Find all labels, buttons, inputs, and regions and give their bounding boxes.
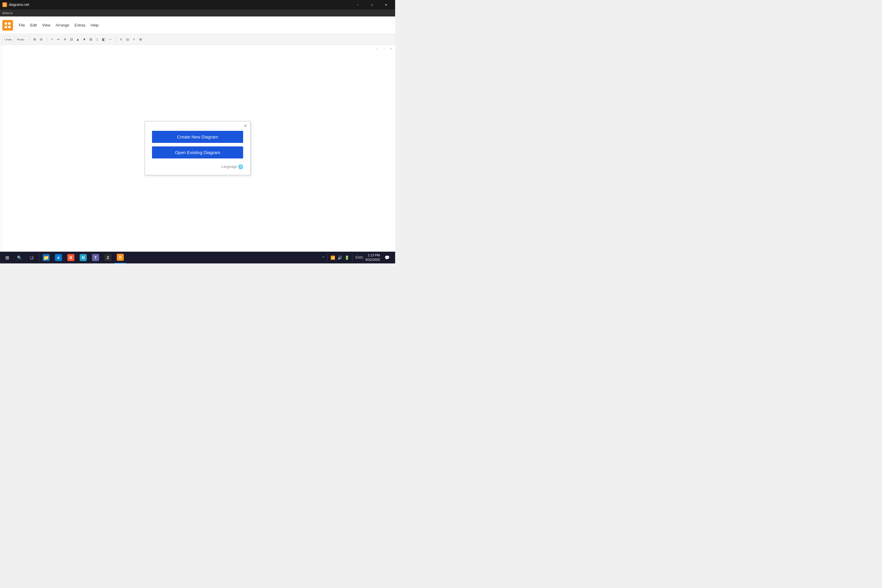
svg-rect-2 (2, 20, 13, 31)
brave-icon: B (68, 254, 74, 261)
address-bar: draw.io (0, 9, 395, 16)
zoom-in-icon[interactable]: ⊕ (32, 36, 38, 42)
tray-volume-icon[interactable]: 🔊 (338, 255, 342, 260)
menu-bar: File Edit View Arrange Extras Help (0, 16, 395, 34)
dialog-content: Create New Diagram Open Existing Diagram (152, 131, 243, 159)
delete-icon[interactable]: ✕ (62, 36, 68, 42)
zoom-out-icon[interactable]: ⊖ (38, 36, 44, 42)
shape-icon[interactable]: ◎ (124, 36, 130, 42)
notification-icon: 💬 (384, 255, 390, 260)
taskbar-app-brave[interactable]: B (65, 252, 77, 263)
taskbar-app-terminal[interactable]: Z (102, 252, 114, 263)
start-icon: ⊞ (5, 255, 9, 261)
diagrams-taskbar-icon: D (117, 254, 124, 261)
menu-items: File Edit View Arrange Extras Help (16, 22, 101, 28)
border-icon[interactable]: □ (94, 36, 100, 42)
toolbar: Undo Redo ⊕ ⊖ ✓ ↩ ✕ ⊟ ▲ ▼ ⊞ □ ◧ ⋯ ≡ ◎ + … (0, 34, 395, 45)
search-icon: 🔍 (17, 255, 22, 260)
clock-time: 1:13 PM (366, 253, 380, 258)
clock-date: 9/22/2020 (366, 258, 380, 262)
dialog-close-button[interactable]: ✕ (244, 124, 247, 128)
task-view-button[interactable]: ❑ (26, 252, 38, 263)
create-new-diagram-button[interactable]: Create New Diagram (152, 131, 243, 143)
distribute-icon[interactable]: ⊞ (88, 36, 94, 42)
app-area: File Edit View Arrange Extras Help Undo … (0, 16, 395, 252)
task-view-icon: ❑ (30, 255, 33, 260)
dialog-footer: Language 🌐 (152, 164, 243, 169)
open-existing-diagram-button[interactable]: Open Existing Diagram (152, 146, 243, 159)
taskbar-app-diagrams[interactable]: D (114, 252, 126, 263)
teams-icon: T (92, 254, 99, 261)
svg-rect-4 (8, 22, 10, 25)
taskbar-app-teams[interactable]: T (90, 252, 101, 263)
menu-help[interactable]: Help (88, 22, 101, 28)
dialog: ✕ Create New Diagram Open Existing Diagr… (145, 121, 250, 175)
checkmark-icon[interactable]: ✓ (49, 36, 55, 42)
page-icon[interactable]: ⊕ (138, 36, 144, 42)
toolbar-zoom: ⊕ ⊖ (32, 36, 44, 42)
minimize-button[interactable]: − (351, 0, 364, 9)
title-bar-left: D diagrams.net (2, 2, 29, 7)
close-button[interactable]: ✕ (379, 0, 393, 9)
language-label: Language (221, 165, 237, 169)
notification-button[interactable]: 💬 (382, 252, 392, 263)
taskbar-right: ^ 📶 🔊 🔋 ENG 1:13 PM 9/22/2020 💬 (322, 252, 394, 263)
taskbar-sep-3 (352, 254, 352, 261)
explorer-icon: 📁 (43, 254, 50, 261)
maximize-button[interactable]: □ (365, 0, 379, 9)
menu-file[interactable]: File (16, 22, 27, 28)
tray-battery-icon[interactable]: 🔋 (345, 255, 349, 260)
canvas-area: ⤢ ↕ ✕ ✕ Create New Diagram Open Existing… (0, 45, 395, 252)
toolbar-undo-redo: Undo Redo (2, 37, 27, 42)
taskbar: ⊞ 🔍 ❑ 📁 e B N (0, 252, 395, 263)
taskbar-app-explorer[interactable]: 📁 (40, 252, 52, 263)
start-button[interactable]: ⊞ (1, 252, 13, 263)
tray-language-label[interactable]: ENG (356, 255, 363, 260)
address-text: draw.io (2, 11, 13, 15)
insert-icon[interactable]: + (131, 36, 137, 42)
svg-rect-3 (5, 22, 7, 25)
modal-overlay: ✕ Create New Diagram Open Existing Diagr… (0, 45, 395, 252)
menu-extras[interactable]: Extras (72, 22, 88, 28)
menu-view[interactable]: View (40, 22, 52, 28)
search-button[interactable]: 🔍 (14, 252, 25, 263)
move-up-icon[interactable]: ▲ (75, 36, 81, 42)
toolbar-misc: ✓ ↩ ✕ ⊟ ▲ ▼ ⊞ □ ◧ ⋯ (49, 36, 113, 42)
align-icon[interactable]: ⊟ (69, 36, 74, 42)
edge-icon: e (55, 254, 62, 261)
fill-icon[interactable]: ◧ (101, 36, 107, 42)
svg-rect-6 (8, 26, 10, 28)
window-controls: − □ ✕ (351, 0, 393, 9)
app-title: diagrams.net (9, 3, 29, 7)
undo-button[interactable]: Undo (2, 37, 14, 42)
network-app-icon: N (80, 254, 87, 261)
taskbar-sep-1 (39, 254, 39, 261)
taskbar-left: ⊞ 🔍 ❑ 📁 e B N (1, 252, 126, 263)
diagrams-logo-icon (2, 20, 13, 31)
globe-icon[interactable]: 🌐 (238, 164, 243, 169)
tray-network-icon[interactable]: 📶 (330, 255, 335, 260)
app-logo-icon: D (2, 2, 7, 7)
tray-chevron-icon[interactable]: ^ (322, 255, 324, 260)
terminal-icon: Z (104, 254, 111, 261)
menu-edit[interactable]: Edit (28, 22, 39, 28)
more-icon[interactable]: ⋯ (107, 36, 113, 42)
clock-area[interactable]: 1:13 PM 9/22/2020 (366, 253, 380, 262)
toolbar-sep-2 (46, 36, 47, 42)
move-down-icon[interactable]: ▼ (81, 36, 87, 42)
redo-button[interactable]: Redo (15, 37, 27, 42)
arrow-icon[interactable]: ↩ (56, 36, 62, 42)
svg-text:D: D (3, 3, 6, 6)
taskbar-app-edge[interactable]: e (52, 252, 64, 263)
title-bar: D diagrams.net − □ ✕ (0, 0, 395, 9)
toolbar-extra: ≡ ◎ + ⊕ (118, 36, 144, 42)
taskbar-app-network[interactable]: N (77, 252, 89, 263)
format-icon[interactable]: ≡ (118, 36, 124, 42)
svg-rect-5 (5, 26, 7, 28)
app-icon-area (2, 20, 13, 31)
menu-arrange[interactable]: Arrange (53, 22, 72, 28)
toolbar-sep-3 (116, 36, 116, 42)
